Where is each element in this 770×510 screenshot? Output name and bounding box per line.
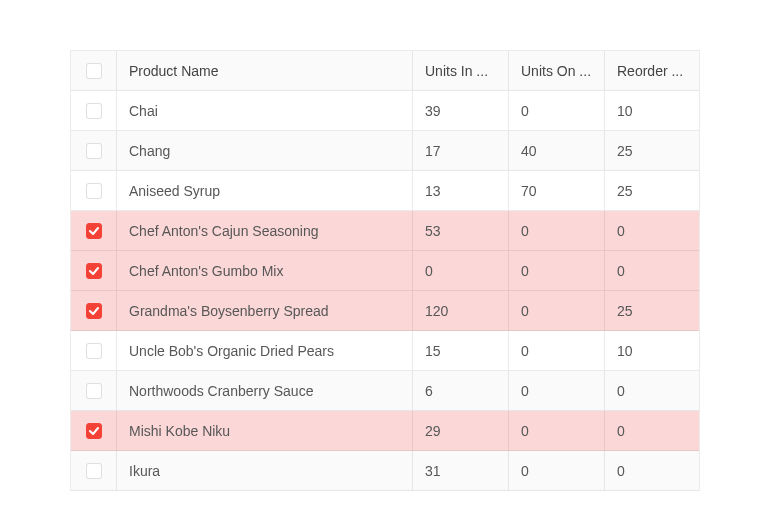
cell-units-on: 70 xyxy=(509,171,605,210)
row-checkbox[interactable] xyxy=(86,343,102,359)
column-header-select xyxy=(71,51,117,90)
cell-units-in: 120 xyxy=(413,291,509,330)
cell-select xyxy=(71,371,117,410)
table-row[interactable]: Uncle Bob's Organic Dried Pears 15 0 10 xyxy=(71,331,699,371)
cell-product-name: Uncle Bob's Organic Dried Pears xyxy=(117,331,413,370)
row-checkbox[interactable] xyxy=(86,263,102,279)
row-checkbox[interactable] xyxy=(86,383,102,399)
cell-reorder: 10 xyxy=(605,91,701,130)
cell-reorder: 25 xyxy=(605,291,701,330)
cell-product-name: Ikura xyxy=(117,451,413,490)
cell-reorder: 0 xyxy=(605,411,701,450)
table-header-row: Product Name Units In ... Units On ... R… xyxy=(71,51,699,91)
cell-units-in: 6 xyxy=(413,371,509,410)
row-checkbox[interactable] xyxy=(86,143,102,159)
row-checkbox[interactable] xyxy=(86,463,102,479)
cell-units-on: 0 xyxy=(509,451,605,490)
column-header-units-on[interactable]: Units On ... xyxy=(509,51,605,90)
cell-select xyxy=(71,291,117,330)
cell-select xyxy=(71,411,117,450)
cell-units-on: 0 xyxy=(509,411,605,450)
cell-select xyxy=(71,91,117,130)
row-checkbox[interactable] xyxy=(86,423,102,439)
cell-units-in: 39 xyxy=(413,91,509,130)
cell-product-name: Aniseed Syrup xyxy=(117,171,413,210)
cell-units-in: 29 xyxy=(413,411,509,450)
cell-reorder: 0 xyxy=(605,251,701,290)
cell-reorder: 0 xyxy=(605,451,701,490)
cell-reorder: 0 xyxy=(605,371,701,410)
row-checkbox[interactable] xyxy=(86,183,102,199)
cell-units-on: 0 xyxy=(509,371,605,410)
cell-units-on: 0 xyxy=(509,251,605,290)
cell-product-name: Chef Anton's Cajun Seasoning xyxy=(117,211,413,250)
row-checkbox[interactable] xyxy=(86,223,102,239)
cell-product-name: Chang xyxy=(117,131,413,170)
column-header-units-in[interactable]: Units In ... xyxy=(413,51,509,90)
cell-units-in: 15 xyxy=(413,331,509,370)
cell-units-in: 13 xyxy=(413,171,509,210)
products-table: Product Name Units In ... Units On ... R… xyxy=(70,50,700,491)
select-all-checkbox[interactable] xyxy=(86,63,102,79)
table-row[interactable]: Aniseed Syrup 13 70 25 xyxy=(71,171,699,211)
cell-units-in: 0 xyxy=(413,251,509,290)
cell-units-in: 53 xyxy=(413,211,509,250)
row-checkbox[interactable] xyxy=(86,103,102,119)
column-header-reorder[interactable]: Reorder ... xyxy=(605,51,701,90)
cell-select xyxy=(71,171,117,210)
table-row[interactable]: Grandma's Boysenberry Spread 120 0 25 xyxy=(71,291,699,331)
cell-reorder: 25 xyxy=(605,171,701,210)
row-checkbox[interactable] xyxy=(86,303,102,319)
cell-select xyxy=(71,331,117,370)
cell-product-name: Mishi Kobe Niku xyxy=(117,411,413,450)
cell-units-in: 31 xyxy=(413,451,509,490)
cell-select xyxy=(71,131,117,170)
cell-units-on: 0 xyxy=(509,91,605,130)
column-header-product-name[interactable]: Product Name xyxy=(117,51,413,90)
cell-product-name: Chef Anton's Gumbo Mix xyxy=(117,251,413,290)
cell-product-name: Chai xyxy=(117,91,413,130)
table-row[interactable]: Mishi Kobe Niku 29 0 0 xyxy=(71,411,699,451)
cell-select xyxy=(71,451,117,490)
cell-units-on: 0 xyxy=(509,211,605,250)
cell-reorder: 10 xyxy=(605,331,701,370)
cell-select xyxy=(71,211,117,250)
cell-units-on: 0 xyxy=(509,331,605,370)
cell-units-on: 40 xyxy=(509,131,605,170)
cell-reorder: 25 xyxy=(605,131,701,170)
table-row[interactable]: Northwoods Cranberry Sauce 6 0 0 xyxy=(71,371,699,411)
cell-units-on: 0 xyxy=(509,291,605,330)
table-row[interactable]: Chef Anton's Gumbo Mix 0 0 0 xyxy=(71,251,699,291)
cell-units-in: 17 xyxy=(413,131,509,170)
table-row[interactable]: Chai 39 0 10 xyxy=(71,91,699,131)
cell-select xyxy=(71,251,117,290)
table-row[interactable]: Ikura 31 0 0 xyxy=(71,451,699,491)
table-row[interactable]: Chang 17 40 25 xyxy=(71,131,699,171)
cell-product-name: Northwoods Cranberry Sauce xyxy=(117,371,413,410)
cell-product-name: Grandma's Boysenberry Spread xyxy=(117,291,413,330)
cell-reorder: 0 xyxy=(605,211,701,250)
table-row[interactable]: Chef Anton's Cajun Seasoning 53 0 0 xyxy=(71,211,699,251)
